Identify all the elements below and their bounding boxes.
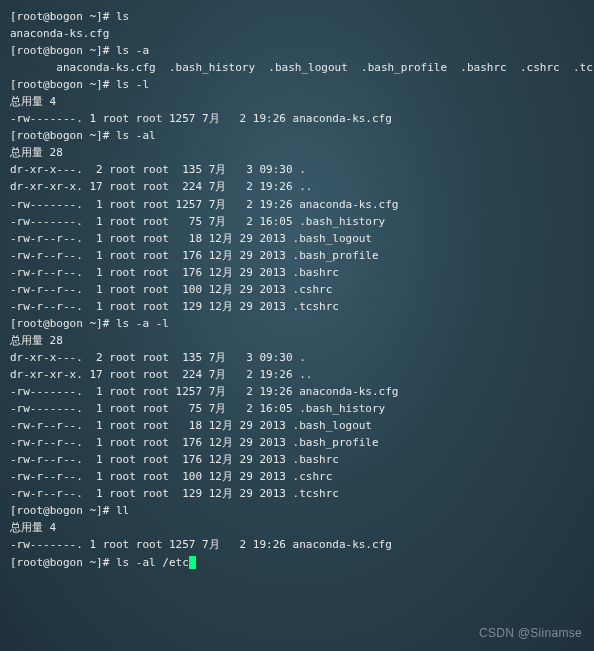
- list-item: -rw-r--r--. 1 root root 18 12月 29 2013 .…: [10, 230, 584, 247]
- prompt: [root@bogon ~]#: [10, 504, 116, 517]
- output-ls: anaconda-ks.cfg: [10, 25, 584, 42]
- list-item: -rw-r--r--. 1 root root 176 12月 29 2013 …: [10, 434, 584, 451]
- list-item: -rw-r--r--. 1 root root 18 12月 29 2013 .…: [10, 417, 584, 434]
- terminal-output: [root@bogon ~]# ls anaconda-ks.cfg [root…: [10, 8, 584, 571]
- prompt: [root@bogon ~]#: [10, 44, 116, 57]
- list-item: -rw-r--r--. 1 root root 129 12月 29 2013 …: [10, 298, 584, 315]
- list-item: -rw-------. 1 root root 1257 7月 2 19:26 …: [10, 196, 584, 213]
- output-total: 总用量 28: [10, 144, 584, 161]
- prompt: [root@bogon ~]#: [10, 10, 116, 23]
- output-line: -rw-------. 1 root root 1257 7月 2 19:26 …: [10, 536, 584, 553]
- cmd-ls: ls: [116, 10, 129, 23]
- list-item: dr-xr-xr-x. 17 root root 224 7月 2 19:26 …: [10, 178, 584, 195]
- list-item: -rw-r--r--. 1 root root 176 12月 29 2013 …: [10, 264, 584, 281]
- list-item: -rw-------. 1 root root 75 7月 2 16:05 .b…: [10, 400, 584, 417]
- cmd-ll: ll: [116, 504, 129, 517]
- prompt: [root@bogon ~]#: [10, 78, 116, 91]
- list-item: dr-xr-x---. 2 root root 135 7月 3 09:30 .: [10, 349, 584, 366]
- cmd-ls-a: ls -a: [116, 44, 149, 57]
- list-item: -rw-r--r--. 1 root root 129 12月 29 2013 …: [10, 485, 584, 502]
- output-total: 总用量 4: [10, 519, 584, 536]
- list-item: -rw-r--r--. 1 root root 100 12月 29 2013 …: [10, 281, 584, 298]
- list-item: -rw-r--r--. 1 root root 100 12月 29 2013 …: [10, 468, 584, 485]
- prompt: [root@bogon ~]#: [10, 129, 116, 142]
- cmd-ls-l: ls -l: [116, 78, 149, 91]
- list-item: dr-xr-x---. 2 root root 135 7月 3 09:30 .: [10, 161, 584, 178]
- output-line: -rw-------. 1 root root 1257 7月 2 19:26 …: [10, 110, 584, 127]
- cmd-ls-al: ls -al: [116, 129, 156, 142]
- prompt: [root@bogon ~]#: [10, 556, 116, 569]
- list-item: dr-xr-xr-x. 17 root root 224 7月 2 19:26 …: [10, 366, 584, 383]
- output-total: 总用量 28: [10, 332, 584, 349]
- list-item: -rw-r--r--. 1 root root 176 12月 29 2013 …: [10, 451, 584, 468]
- cmd-ls-al-etc: ls -al /etc: [116, 556, 189, 569]
- watermark: CSDN @Siinamse: [479, 624, 582, 643]
- list-item: -rw-------. 1 root root 75 7月 2 16:05 .b…: [10, 213, 584, 230]
- output-ls-a: . .. anaconda-ks.cfg .bash_history .bash…: [10, 59, 584, 76]
- list-item: -rw-r--r--. 1 root root 176 12月 29 2013 …: [10, 247, 584, 264]
- prompt: [root@bogon ~]#: [10, 317, 116, 330]
- output-total: 总用量 4: [10, 93, 584, 110]
- list-item: -rw-------. 1 root root 1257 7月 2 19:26 …: [10, 383, 584, 400]
- cmd-ls-a-l: ls -a -l: [116, 317, 169, 330]
- active-prompt-line[interactable]: [root@bogon ~]# ls -al /etc: [10, 554, 584, 571]
- cursor-icon: [189, 556, 196, 569]
